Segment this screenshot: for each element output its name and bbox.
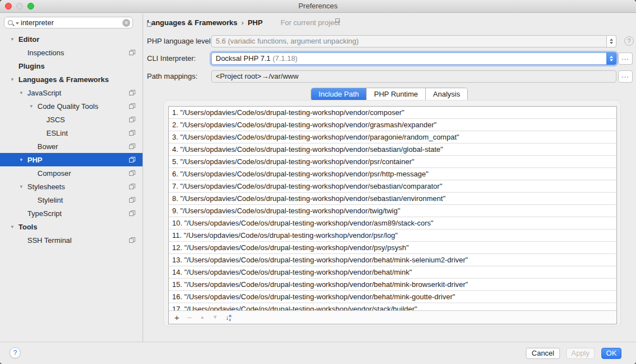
sidebar-item-tools[interactable]: ▼Tools [0, 220, 143, 233]
php-settings-tabs: Include PathPHP RuntimeAnalysis [311, 88, 468, 101]
breadcrumb-php: PHP [248, 18, 263, 27]
sidebar-item-inspections[interactable]: Inspections [0, 46, 143, 59]
sidebar-item-label: Tools [18, 223, 37, 231]
include-path-row[interactable]: 1. "/Users/opdavies/Code/os/drupal-testi… [169, 107, 616, 119]
settings-search-field[interactable]: ✕ [4, 17, 133, 28]
include-path-row[interactable]: 5. "/Users/opdavies/Code/os/drupal-testi… [169, 156, 616, 168]
sidebar-item-stylesheets[interactable]: ▼Stylesheets [0, 180, 143, 193]
language-level-stepper-icon[interactable] [606, 35, 616, 47]
include-path-row[interactable]: 10. "/Users/opdavies/Code/os/drupal-test… [169, 217, 616, 229]
include-path-row[interactable]: 14. "/Users/opdavies/Code/os/drupal-test… [169, 266, 616, 279]
language-level-label: PHP language level: [147, 35, 213, 47]
tab-include-path[interactable]: Include Path [311, 88, 366, 100]
scope-label: For current project [281, 18, 340, 27]
breadcrumb-separator-icon: › [241, 18, 244, 27]
ok-button[interactable]: OK [601, 348, 621, 359]
include-path-row[interactable]: 3. "/Users/opdavies/Code/os/drupal-testi… [169, 131, 616, 143]
preferences-window: Preferences ✕ ▼EditorInspectionsPlugins▼… [0, 0, 636, 364]
php-settings-page: Languages & Frameworks › PHP For current… [144, 13, 636, 342]
add-icon[interactable]: + [174, 313, 179, 322]
clear-search-icon[interactable]: ✕ [122, 19, 130, 27]
path-mappings-field[interactable]: <Project root>→/var/www [211, 70, 616, 83]
include-path-row[interactable]: 12. "/Users/opdavies/Code/os/drupal-test… [169, 242, 616, 254]
help-button[interactable]: ? [10, 347, 21, 358]
language-level-select[interactable]: 5.6 (variadic functions, argument unpack… [211, 35, 616, 47]
sidebar-item-plugins[interactable]: Plugins [0, 59, 143, 73]
include-path-row[interactable]: 15. "/Users/opdavies/Code/os/drupal-test… [169, 279, 616, 291]
expand-arrow-icon[interactable]: ▼ [10, 224, 15, 229]
cli-interpreter-stepper-icon[interactable] [606, 52, 616, 65]
include-path-row[interactable]: 9. "/Users/opdavies/Code/os/drupal-testi… [169, 205, 616, 217]
search-options-caret-icon[interactable] [16, 22, 19, 25]
include-path-row[interactable]: 11. "/Users/opdavies/Code/os/drupal-test… [169, 229, 616, 242]
include-path-toolbar: +−▲▼↓az [169, 310, 616, 324]
sidebar-item-label: Stylesheets [27, 183, 65, 191]
shared-settings-icon [129, 237, 135, 243]
shared-settings-icon [272, 20, 278, 26]
sidebar-item-label: Inspections [27, 49, 64, 57]
sidebar-item-label: JavaScript [27, 89, 61, 97]
sidebar-item-ssh-terminal[interactable]: SSH Terminal [0, 233, 143, 247]
include-path-row[interactable]: 8. "/Users/opdavies/Code/os/drupal-testi… [169, 193, 616, 205]
include-path-row[interactable]: 2. "/Users/opdavies/Code/os/drupal-testi… [169, 119, 616, 131]
help-icon[interactable]: ? [624, 36, 634, 46]
remove-icon: − [187, 313, 192, 322]
apply-button[interactable]: Apply [566, 348, 595, 359]
sidebar-item-php[interactable]: ▼PHP [0, 153, 143, 166]
minimize-button[interactable] [16, 3, 23, 9]
sidebar-item-eslint[interactable]: ESLint [0, 126, 143, 140]
expand-arrow-icon[interactable]: ▼ [19, 90, 23, 95]
expand-arrow-icon[interactable]: ▼ [19, 157, 23, 162]
expand-arrow-icon[interactable]: ▼ [10, 37, 15, 42]
cli-interpreter-select[interactable]: Docksal PHP 7.1 (7.1.18) [211, 52, 616, 65]
sidebar-item-bower[interactable]: Bower [0, 140, 143, 153]
search-icon [7, 19, 16, 27]
tab-analysis[interactable]: Analysis [425, 88, 467, 100]
cli-interpreter-value: Docksal PHP 7.1 [216, 54, 270, 63]
shared-settings-icon [129, 103, 135, 109]
sidebar-item-javascript[interactable]: ▼JavaScript [0, 86, 143, 99]
expand-arrow-icon[interactable]: ▼ [10, 77, 15, 82]
sidebar-item-editor[interactable]: ▼Editor [0, 32, 143, 46]
sidebar-item-label: Plugins [18, 62, 45, 70]
traffic-lights [5, 3, 34, 9]
expand-arrow-icon[interactable]: ▼ [19, 184, 23, 189]
sidebar-item-label: Bower [37, 142, 58, 151]
breadcrumb-languages-frameworks[interactable]: Languages & Frameworks [147, 18, 238, 27]
sidebar-item-label: Editor [18, 35, 40, 44]
expand-arrow-icon[interactable]: ▼ [29, 104, 34, 109]
zoom-button[interactable] [27, 3, 34, 9]
settings-sidebar: ✕ ▼EditorInspectionsPlugins▼Languages & … [0, 13, 143, 342]
search-input[interactable] [21, 18, 122, 27]
include-path-row[interactable]: 7. "/Users/opdavies/Code/os/drupal-testi… [169, 180, 616, 193]
sidebar-item-label: ESLint [46, 129, 68, 137]
sidebar-item-composer[interactable]: Composer [0, 166, 143, 180]
cli-interpreter-label: CLI Interpreter: [147, 52, 196, 65]
cli-interpreter-browse-button[interactable]: ... [618, 52, 633, 65]
sidebar-item-languages-frameworks[interactable]: ▼Languages & Frameworks [0, 73, 143, 86]
path-mappings-browse-button[interactable]: ... [618, 70, 633, 83]
move-up-icon: ▲ [200, 315, 205, 320]
shared-settings-icon [129, 117, 135, 122]
breadcrumb: Languages & Frameworks › PHP For current… [147, 18, 340, 27]
path-mappings-value: <Project root>→/var/www [216, 72, 298, 80]
include-path-row[interactable]: 13. "/Users/opdavies/Code/os/drupal-test… [169, 254, 616, 266]
include-path-row[interactable]: 4. "/Users/opdavies/Code/os/drupal-testi… [169, 143, 616, 156]
sidebar-item-typescript[interactable]: TypeScript [0, 207, 143, 220]
include-path-row[interactable]: 17. "/Users/opdavies/Code/os/drupal-test… [169, 303, 616, 310]
sort-alphabetically-icon[interactable]: ↓az [225, 314, 231, 322]
window-title: Preferences [0, 0, 636, 12]
cancel-button[interactable]: Cancel [526, 348, 560, 359]
sidebar-item-stylelint[interactable]: Stylelint [0, 193, 143, 207]
sidebar-item-label: Stylelint [37, 196, 63, 204]
shared-settings-icon [129, 90, 135, 95]
close-button[interactable] [5, 3, 12, 9]
tab-php-runtime[interactable]: PHP Runtime [366, 88, 425, 100]
include-path-row[interactable]: 16. "/Users/opdavies/Code/os/drupal-test… [169, 291, 616, 303]
include-path-list[interactable]: 1. "/Users/opdavies/Code/os/drupal-testi… [169, 107, 616, 310]
path-mappings-label: Path mappings: [147, 70, 197, 83]
shared-settings-icon [129, 184, 135, 189]
sidebar-item-jscs[interactable]: JSCS [0, 113, 143, 126]
sidebar-item-code-quality-tools[interactable]: ▼Code Quality Tools [0, 99, 143, 113]
include-path-row[interactable]: 6. "/Users/opdavies/Code/os/drupal-testi… [169, 168, 616, 180]
